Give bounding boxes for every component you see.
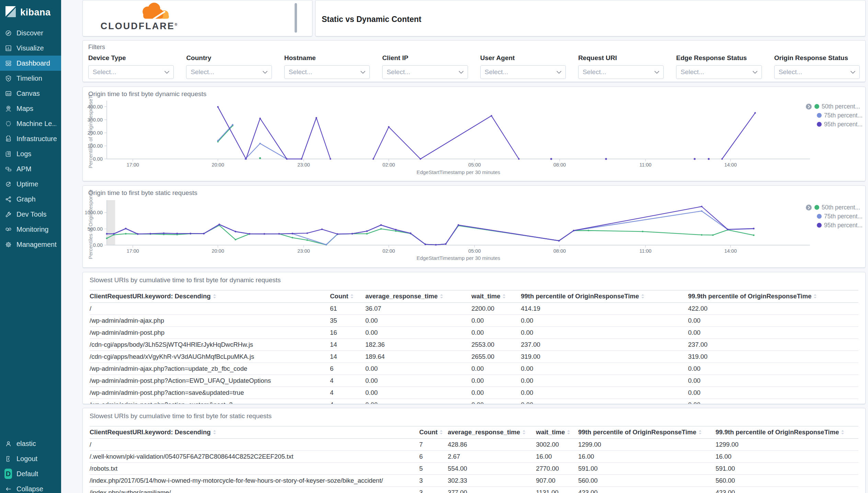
sidebar-item-machine-learning[interactable]: Machine Le... xyxy=(0,116,61,131)
table-row[interactable]: /index.php/author/camiliame/3377.001131.… xyxy=(90,487,858,493)
column-header-label: average_response_time xyxy=(448,428,520,436)
table-row[interactable]: /cdn-cgi/apps/head/xVgyKhR-vV3dAUGhMqfBc… xyxy=(90,351,858,363)
table-row[interactable]: /.well-known/pki-validation/054075F6A27B… xyxy=(90,451,858,463)
filter-select[interactable]: Select... xyxy=(480,65,566,79)
sort-icon[interactable] xyxy=(698,429,702,436)
filter-select[interactable]: Select... xyxy=(284,65,370,79)
sidebar-item-infrastructure[interactable]: Infrastructure xyxy=(0,131,61,146)
sort-icon[interactable] xyxy=(439,429,443,436)
column-header[interactable]: 99.9th percentile of OriginResponseTime xyxy=(688,290,858,303)
sidebar-item-logout[interactable]: Logout xyxy=(0,451,61,466)
sidebar-item-canvas[interactable]: Canvas xyxy=(0,86,61,101)
data-point xyxy=(190,233,191,234)
column-header-label: average_response_time xyxy=(365,293,438,300)
sidebar-item-visualize[interactable]: Visualize xyxy=(0,41,61,56)
legend-item[interactable]: 75th percent... xyxy=(806,212,863,221)
value-cell: 0.00 xyxy=(688,363,858,375)
scrollbar-thumb[interactable] xyxy=(295,3,297,33)
sidebar-item-management[interactable]: Management xyxy=(0,237,61,252)
value-cell: 423.00 xyxy=(578,487,716,493)
series-line xyxy=(722,113,755,159)
table-row[interactable]: /7428.863002.001299.001299.00 xyxy=(90,439,858,451)
sidebar-item-graph[interactable]: Graph xyxy=(0,192,61,207)
legend-item[interactable]: 50th percent... xyxy=(806,102,863,111)
column-header[interactable]: average_response_time xyxy=(365,290,471,303)
filter-edge-response-status: Edge Response StatusSelect... xyxy=(676,54,762,79)
sidebar-item-default-space[interactable]: DDefault xyxy=(0,466,61,481)
value-cell: 0.00 xyxy=(365,399,471,404)
data-point xyxy=(550,158,552,160)
sidebar-item-collapse[interactable]: Collapse xyxy=(0,481,61,493)
filter-select[interactable]: Select... xyxy=(774,65,860,79)
sort-icon[interactable] xyxy=(213,429,216,436)
static-requests-line-chart[interactable]: 1000.00500.000.0017:0020:0023:0002:0005:… xyxy=(83,186,865,267)
legend-toggle-icon[interactable] xyxy=(806,103,812,110)
sidebar-item-dashboard[interactable]: Dashboard xyxy=(0,56,61,71)
value-cell: 907.00 xyxy=(536,475,578,487)
table-row[interactable]: /wp-admin/admin-post.php160.000.000.000.… xyxy=(90,327,858,339)
value-cell: 0.00 xyxy=(688,399,858,404)
sort-icon[interactable] xyxy=(813,293,817,300)
table-row[interactable]: /robots.txt5554.002770.00591.00591.00 xyxy=(90,463,858,475)
sidebar-item-uptime[interactable]: Uptime xyxy=(0,176,61,192)
legend-item[interactable]: 50th percent... xyxy=(806,203,863,212)
filter-select[interactable]: Select... xyxy=(88,65,174,79)
table-row[interactable]: /6136.072200.00414.19422.00 xyxy=(90,303,858,315)
legend-item[interactable]: 95th percent... xyxy=(806,221,863,230)
column-header[interactable]: average_response_time xyxy=(448,426,536,439)
sidebar-item-monitoring[interactable]: Monitoring xyxy=(0,222,61,237)
sidebar-item-discover[interactable]: Discover xyxy=(0,25,61,41)
column-header[interactable]: 99th percentile of OriginResponseTime xyxy=(521,290,688,303)
dashboard-main: CLOUDFLARE® Static vs Dynamic Content Fi… xyxy=(61,0,868,493)
sidebar-item-user[interactable]: elastic xyxy=(0,436,61,451)
value-cell: 16 xyxy=(330,327,365,339)
legend-toggle-icon[interactable] xyxy=(806,204,812,211)
sort-icon[interactable] xyxy=(522,429,526,436)
uri-cell: / xyxy=(90,303,330,315)
sort-icon[interactable] xyxy=(567,429,570,436)
data-point xyxy=(163,232,165,234)
column-header[interactable]: 99th percentile of OriginResponseTime xyxy=(578,426,716,439)
sort-icon[interactable] xyxy=(502,293,506,300)
dynamic-requests-line-chart[interactable]: 400.00300.00200.00100.000.0017:0020:0023… xyxy=(83,87,865,181)
sort-icon[interactable] xyxy=(641,293,644,300)
sidebar-item-dev-tools[interactable]: Dev Tools xyxy=(0,207,61,222)
sidebar-item-apm[interactable]: APM xyxy=(0,161,61,176)
column-header[interactable]: Count xyxy=(419,426,448,439)
filter-select[interactable]: Select... xyxy=(186,65,272,79)
legend-color-dot xyxy=(817,113,822,118)
sort-icon[interactable] xyxy=(350,293,354,300)
filter-select[interactable]: Select... xyxy=(578,65,664,79)
kibana-logo[interactable]: kibana xyxy=(0,0,61,25)
uri-cell: /robots.txt xyxy=(90,463,419,475)
column-header[interactable]: Count xyxy=(330,290,365,303)
table-row[interactable]: /wp-admin/admin-post.php?action=custom&p… xyxy=(90,399,858,404)
sort-icon[interactable] xyxy=(841,429,844,436)
column-header[interactable]: 99.9th percentile of OriginResponseTime xyxy=(716,426,858,439)
data-point xyxy=(235,231,236,232)
sort-icon[interactable] xyxy=(213,293,216,300)
dashboard-title-panel: Static vs Dynamic Content xyxy=(315,0,866,36)
sidebar-item-maps[interactable]: Maps xyxy=(0,101,61,116)
table-row[interactable]: /wp-admin/admin-ajax.php350.000.000.000.… xyxy=(90,315,858,327)
sidebar-item-logs[interactable]: Logs xyxy=(0,146,61,161)
data-point xyxy=(217,140,219,141)
table-row[interactable]: /wp-admin/admin-post.php?Action=EWD_UFAQ… xyxy=(90,375,858,387)
column-header[interactable]: ClientRequestURI.keyword: Descending xyxy=(90,426,419,439)
legend-item[interactable]: 95th percent... xyxy=(806,120,863,129)
table-row[interactable]: /wp-admin/admin-post.php?action=save&upd… xyxy=(90,387,858,399)
column-header[interactable]: wait_time xyxy=(536,426,578,439)
y-axis-label: Percentiles of OriginResponseTi xyxy=(88,95,93,169)
sidebar-item-label: Management xyxy=(16,241,57,249)
table-row[interactable]: /index.php/2017/05/14/how-i-owned-my-mot… xyxy=(90,475,858,487)
sort-icon[interactable] xyxy=(440,293,443,300)
sidebar-footer-label: Logout xyxy=(16,455,37,463)
filter-select[interactable]: Select... xyxy=(676,65,762,79)
column-header[interactable]: wait_time xyxy=(471,290,521,303)
legend-item[interactable]: 75th percent... xyxy=(806,111,863,120)
sidebar-item-timelion[interactable]: Timelion xyxy=(0,71,61,86)
table-row[interactable]: /cdn-cgi/apps/body/3Lh52SjWTQ4HRlErJykHq… xyxy=(90,339,858,351)
filter-select[interactable]: Select... xyxy=(382,65,468,79)
table-row[interactable]: /wp-admin/admin-ajax.php?action=update_z… xyxy=(90,363,858,375)
column-header[interactable]: ClientRequestURI.keyword: Descending xyxy=(90,290,330,303)
